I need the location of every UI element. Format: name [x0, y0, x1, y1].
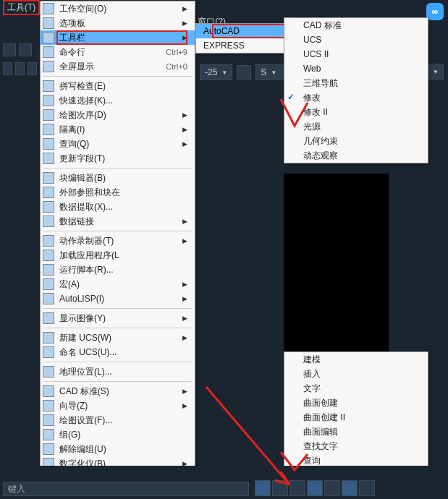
status-toggle[interactable] [272, 480, 288, 496]
menu-item[interactable]: 光源 [284, 119, 428, 134]
menu-item[interactable]: 组(G) [41, 427, 195, 442]
menu-item[interactable]: 建模 [284, 352, 428, 367]
menu-item[interactable]: AutoLISP(I)▶ [41, 291, 195, 306]
status-toggle[interactable] [342, 480, 358, 496]
menu-item[interactable]: 新建 UCS(W)▶ [41, 330, 195, 345]
menu-item[interactable]: 曲面编辑 [284, 425, 428, 439]
menu-item-label: 运行脚本(R)... [59, 264, 187, 276]
menu-item[interactable]: ✓修改 [284, 90, 428, 105]
layer-icon[interactable] [15, 62, 25, 75]
menu-item[interactable]: 命名 UCS(U)... [41, 345, 195, 359]
menu-item[interactable]: 全屏显示Ctrl+0 [41, 59, 195, 74]
menu-item[interactable]: 隔离(I)▶ [41, 122, 195, 137]
submenu-arrow-icon: ▶ [182, 388, 187, 395]
menu-item[interactable]: CAD 标准(S)▶ [41, 384, 195, 398]
menu-item[interactable]: 插入 [284, 367, 428, 381]
menu-item-icon [43, 414, 54, 426]
menu-item[interactable]: 运行脚本(R)... [41, 263, 195, 277]
menu-item[interactable]: Web [284, 61, 428, 76]
status-toggle[interactable] [359, 480, 375, 496]
menu-item[interactable]: UCS II [284, 47, 428, 61]
menu-item[interactable]: 曲面创建 [284, 396, 428, 410]
menu-item-label: 查找文字 [303, 440, 420, 453]
submenu-arrow-icon: ▶ [182, 402, 187, 409]
menu-item-icon [43, 278, 54, 290]
menu-item[interactable]: 文字 [284, 381, 428, 396]
nav-icon[interactable] [19, 43, 32, 56]
menu-item-label: 动作录制器(T) [59, 235, 178, 247]
menu-item[interactable]: 动态观察 [284, 148, 428, 163]
menu-item-label: 全屏显示 [59, 61, 166, 73]
lineweight-dropdown[interactable]: -25 ▼ [200, 64, 232, 80]
menu-item[interactable]: CAD 标准 [284, 18, 428, 33]
menu-item-icon [43, 109, 54, 121]
menu-item-icon [43, 443, 54, 455]
cloud-icon[interactable]: ∞ [426, 3, 444, 20]
layer-toolbar: -25 ▼ S ▼ [195, 64, 284, 81]
menu-item[interactable]: 工具栏▶ [41, 30, 195, 45]
status-toggle[interactable] [307, 480, 323, 496]
menu-item[interactable]: 数据链接▶ [41, 214, 195, 229]
menu-item[interactable]: 拼写检查(E) [41, 79, 195, 93]
submenu-arrow-icon: ▶ [182, 295, 187, 302]
submenu-arrow-icon: ▶ [182, 140, 187, 148]
menu-item-label: 三维导航 [303, 77, 420, 90]
menu-item[interactable]: 更新字段(T) [41, 151, 195, 166]
menu-item[interactable]: 解除编组(U) [41, 442, 195, 456]
menu-item[interactable]: 加载应用程序(L [41, 248, 195, 263]
nav-icons [0, 40, 40, 59]
status-toggle[interactable] [289, 480, 305, 496]
menu-item[interactable]: 宏(A)▶ [41, 277, 195, 291]
menu-item[interactable]: 块编辑器(B) [41, 171, 195, 185]
menu-item-icon [43, 46, 54, 58]
nav-icon[interactable] [3, 43, 16, 56]
menu-item-label: 命名 UCS(U)... [59, 346, 187, 359]
menu-item[interactable]: 几何约束 [284, 134, 428, 148]
menu-item[interactable]: 三维导航 [284, 76, 428, 90]
menu-item[interactable]: 选项板▶ [41, 16, 195, 30]
menu-item[interactable]: 动作录制器(T)▶ [41, 234, 195, 248]
grid-icon[interactable] [237, 65, 251, 80]
menu-item-label: 向导(Z) [59, 400, 178, 412]
menu-item-icon [43, 61, 54, 72]
status-toggle[interactable] [255, 480, 271, 496]
menu-item[interactable]: 数据提取(X)... [41, 200, 195, 214]
menu-item[interactable]: UCS [284, 33, 428, 47]
menu-item-label: 几何约束 [303, 135, 420, 148]
menu-item[interactable]: 绘图次序(D)▶ [41, 108, 195, 122]
menu-item-label: CAD 标准 [303, 20, 420, 32]
menu-item-icon [43, 3, 54, 14]
menu-item-icon [43, 312, 54, 324]
menu-item-label: UCS [303, 35, 420, 45]
menu-separator [43, 381, 192, 382]
status-bar: 键入 [0, 466, 448, 499]
status-toggle[interactable] [324, 480, 340, 496]
layer-icon[interactable] [28, 62, 37, 75]
top-menu-tools[interactable]: 工具(T) [3, 0, 40, 15]
menu-item-icon [43, 264, 54, 276]
menu-separator [43, 362, 192, 362]
menu-item-label: 工具栏 [59, 32, 178, 44]
menu-item[interactable]: 工作空间(O)▶ [41, 1, 195, 16]
menu-item[interactable]: 查询(Q)▶ [41, 137, 195, 151]
menu-item-icon [43, 385, 54, 397]
menu-item[interactable]: 修改 II [284, 105, 428, 119]
menu-item-icon [43, 187, 54, 198]
menu-item-icon [43, 80, 54, 92]
command-line[interactable]: 键入 [3, 482, 249, 496]
menu-item[interactable]: 快速选择(K)... [41, 93, 195, 108]
submenu-arrow-icon: ▶ [182, 237, 187, 244]
menu-item[interactable]: 绘图设置(F)... [41, 413, 195, 427]
menu-item[interactable]: 曲面创建 II [284, 410, 428, 425]
menu-item[interactable]: 查找文字 [284, 439, 428, 453]
menu-item-label: 插入 [303, 368, 420, 380]
menu-item-icon [43, 332, 54, 344]
menu-item[interactable]: 命令行Ctrl+9 [41, 45, 195, 59]
menu-item[interactable]: 向导(Z)▶ [41, 398, 195, 413]
layer-icon[interactable] [3, 62, 12, 75]
sys-dropdown[interactable]: S ▼ [255, 64, 284, 80]
menu-item[interactable]: 地理位置(L)... [41, 364, 195, 379]
menu-item-icon [43, 429, 54, 440]
menu-item[interactable]: 外部参照和块在 [41, 185, 195, 200]
menu-item[interactable]: 显示图像(Y)▶ [41, 311, 195, 325]
